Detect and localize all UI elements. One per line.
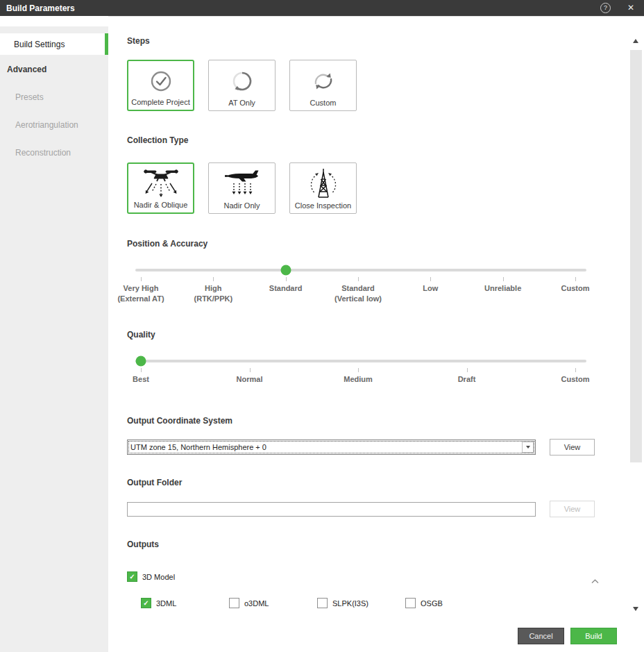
card-complete-project[interactable]: Complete Project bbox=[127, 60, 194, 111]
checkbox-label: 3D Model bbox=[142, 573, 175, 581]
card-custom[interactable]: Custom bbox=[289, 60, 357, 111]
slider-tick bbox=[575, 368, 576, 372]
slider-tick bbox=[575, 277, 576, 281]
sidebar-item-reconstruction[interactable]: Reconstruction bbox=[0, 148, 108, 158]
slider-tick bbox=[286, 277, 287, 281]
card-label: AT Only bbox=[228, 99, 255, 107]
window-title: Build Parameters bbox=[0, 3, 75, 13]
crs-combobox[interactable]: UTM zone 15, Northern Hemisphere + 0 bbox=[127, 440, 536, 455]
output-folder-row: View bbox=[127, 501, 644, 517]
at-cycle-icon bbox=[230, 60, 255, 99]
output-crs-title: Output Coordinate System bbox=[127, 417, 644, 425]
tower-icon bbox=[307, 163, 339, 201]
slider-tick bbox=[141, 368, 142, 372]
checkbox-3dml[interactable] bbox=[141, 598, 151, 608]
position-accuracy-title: Position & Accuracy bbox=[127, 240, 644, 248]
checkbox-label: o3DML bbox=[244, 599, 269, 608]
format-slpk[interactable]: SLPK(I3S) bbox=[317, 598, 405, 608]
slider-stop-label: Standard(Vertical low) bbox=[334, 283, 382, 304]
scrollbar-down-arrow-icon[interactable] bbox=[633, 607, 638, 611]
sidebar-item-presets[interactable]: Presets bbox=[0, 92, 108, 102]
output-formats-row: 3DML o3DML SLPK(I3S) OSGB bbox=[141, 598, 644, 608]
card-label: Nadir Only bbox=[224, 201, 260, 210]
checkbox-3d-model[interactable] bbox=[127, 571, 137, 582]
slider-stop-label: Draft bbox=[458, 374, 476, 385]
sidebar-item-aerotriangulation[interactable]: Aerotriangulation bbox=[0, 120, 108, 130]
card-at-only[interactable]: AT Only bbox=[208, 60, 276, 111]
scrollbar-thumb[interactable] bbox=[630, 50, 642, 462]
output-group-3d-model: 3D Model bbox=[127, 571, 599, 582]
close-icon[interactable]: ✕ bbox=[625, 2, 637, 14]
crs-selected-value: UTM zone 15, Northern Hemisphere + 0 bbox=[130, 443, 266, 451]
card-label: Custom bbox=[310, 99, 337, 107]
slider-handle[interactable] bbox=[280, 265, 291, 276]
checkbox-label: 3DML bbox=[156, 599, 176, 608]
slider-stop-label: Custom bbox=[561, 374, 590, 385]
slider-inner: Very High(External AT)High(RTK/PPK)Stand… bbox=[141, 263, 575, 324]
crs-view-button[interactable]: View bbox=[550, 439, 595, 455]
collection-cards: Nadir & Oblique bbox=[127, 162, 644, 214]
card-nadir-oblique[interactable]: Nadir & Oblique bbox=[127, 162, 194, 214]
help-icon[interactable]: ? bbox=[600, 3, 611, 13]
slider-tick bbox=[503, 277, 504, 281]
slider-stop-label: Best bbox=[133, 374, 149, 385]
position-accuracy-slider: Very High(External AT)High(RTK/PPK)Stand… bbox=[135, 263, 586, 324]
steps-title: Steps bbox=[127, 37, 644, 45]
slider-tick bbox=[250, 368, 251, 372]
collection-type-title: Collection Type bbox=[127, 136, 644, 144]
scrollbar-up-arrow-icon[interactable] bbox=[633, 39, 638, 43]
checkbox-osgb[interactable] bbox=[405, 598, 416, 608]
check-circle-icon bbox=[149, 61, 173, 98]
drone-icon bbox=[142, 164, 180, 201]
slider-stop-label: Standard bbox=[269, 283, 303, 294]
sidebar-body: Build Settings Advanced Presets Aerotria… bbox=[0, 26, 108, 652]
sidebar-item-build-settings[interactable]: Build Settings bbox=[0, 33, 108, 55]
slider-tick bbox=[141, 277, 142, 281]
card-nadir-only[interactable]: Nadir Only bbox=[208, 162, 276, 214]
checkbox-o3dml[interactable] bbox=[229, 598, 239, 608]
sidebar: Build Settings Advanced Presets Aerotria… bbox=[0, 16, 108, 652]
main-content: Steps Complete Project AT Only bbox=[108, 16, 644, 619]
slider-stop-label: Unreliable bbox=[484, 283, 521, 294]
slider-tick bbox=[358, 277, 359, 281]
card-label: Close Inspection bbox=[295, 201, 351, 210]
steps-cards: Complete Project AT Only Cu bbox=[127, 60, 644, 111]
slider-handle[interactable] bbox=[136, 356, 146, 367]
output-folder-input[interactable] bbox=[127, 502, 536, 517]
titlebar: Build Parameters ? ✕ bbox=[0, 0, 644, 16]
format-osgb[interactable]: OSGB bbox=[405, 598, 493, 608]
slider-tick bbox=[358, 368, 359, 372]
output-crs-row: UTM zone 15, Northern Hemisphere + 0 Vie… bbox=[127, 439, 644, 455]
slider-inner: BestNormalMediumDraftCustom bbox=[141, 354, 575, 415]
slider-stop-label: Medium bbox=[344, 374, 373, 385]
slider-tick bbox=[430, 277, 431, 281]
card-label: Complete Project bbox=[131, 98, 189, 106]
card-label: Nadir & Oblique bbox=[134, 201, 188, 209]
build-button[interactable]: Build bbox=[570, 628, 617, 644]
folder-view-button[interactable]: View bbox=[550, 501, 595, 517]
quality-slider: BestNormalMediumDraftCustom bbox=[135, 354, 586, 415]
slider-stop-label: Normal bbox=[237, 374, 263, 385]
format-3dml[interactable]: 3DML bbox=[141, 598, 229, 608]
custom-cycle-icon bbox=[310, 60, 337, 99]
collapse-chevron-icon[interactable] bbox=[591, 574, 599, 587]
outputs-title: Outputs bbox=[127, 540, 644, 549]
slider-stop-label: High(RTK/PPK) bbox=[194, 283, 233, 304]
airplane-icon bbox=[224, 163, 260, 201]
checkbox-label: OSGB bbox=[421, 599, 443, 608]
dropdown-arrow-icon[interactable] bbox=[522, 442, 534, 453]
checkbox-slpk[interactable] bbox=[317, 598, 328, 608]
slider-tick bbox=[467, 368, 468, 372]
footer: Cancel Build bbox=[108, 619, 644, 652]
quality-title: Quality bbox=[127, 331, 644, 339]
checkbox-label: SLPK(I3S) bbox=[332, 599, 368, 608]
slider-stop-label: Low bbox=[423, 283, 438, 294]
slider-tick bbox=[213, 277, 214, 281]
slider-stop-label: Custom bbox=[561, 283, 590, 294]
output-folder-title: Output Folder bbox=[127, 478, 644, 487]
card-close-inspection[interactable]: Close Inspection bbox=[289, 162, 357, 214]
vertical-scrollbar[interactable] bbox=[630, 16, 642, 619]
slider-stop-label: Very High(External AT) bbox=[117, 283, 164, 304]
format-o3dml[interactable]: o3DML bbox=[229, 598, 317, 608]
cancel-button[interactable]: Cancel bbox=[518, 628, 564, 644]
